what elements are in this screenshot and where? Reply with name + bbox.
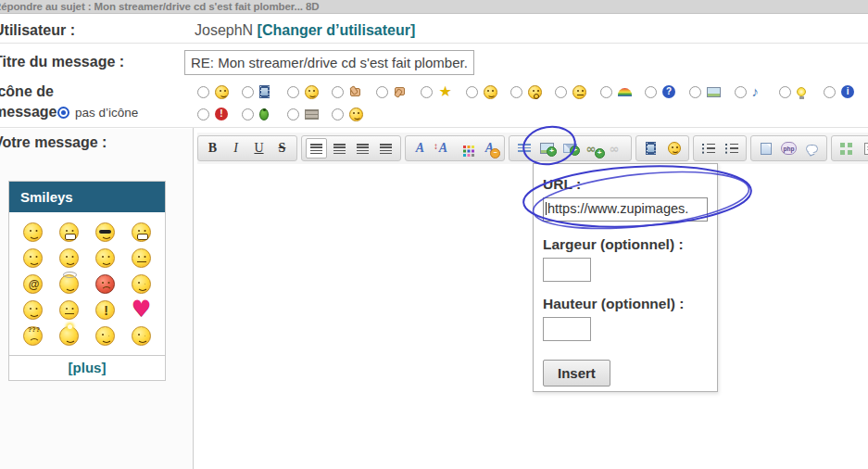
icon-radio[interactable] — [197, 86, 209, 98]
remove-link-button[interactable] — [606, 138, 627, 158]
message-icon-option-note — [735, 83, 779, 100]
toolbar-group-code: php — [750, 135, 827, 161]
icon-radio[interactable] — [332, 86, 344, 98]
text-caret — [546, 202, 547, 215]
insert-code-icon — [761, 143, 772, 155]
insert-doc-button[interactable] — [859, 138, 868, 158]
underline-button[interactable]: U — [248, 138, 270, 158]
smileys-grid — [9, 212, 165, 355]
smiley-confused[interactable] — [23, 326, 43, 346]
smiley-wink[interactable] — [95, 326, 115, 346]
icon-radio[interactable] — [824, 86, 836, 98]
smiley-heart[interactable] — [132, 300, 151, 320]
question-icon: ? — [662, 85, 675, 98]
url-input[interactable]: https://www.zupimages. — [543, 197, 708, 222]
smiley-crosseyed[interactable] — [23, 300, 43, 320]
insert-code-button[interactable] — [755, 138, 776, 158]
insert-table-button[interactable] — [836, 138, 857, 158]
message-icon-option-info: i — [824, 83, 868, 100]
icon-radio[interactable] — [689, 86, 701, 98]
smiley-exclaim[interactable] — [95, 300, 115, 320]
smiley-at[interactable] — [23, 274, 43, 294]
smiley-rolleyes[interactable] — [59, 300, 79, 320]
insert-email-icon — [563, 144, 577, 153]
icon-radio[interactable] — [555, 86, 567, 98]
laugh-icon — [349, 108, 363, 121]
insert-email-button[interactable] — [560, 138, 581, 158]
toolbar-group-font: AAA — [405, 135, 505, 161]
icon-radio[interactable] — [645, 86, 657, 98]
insert-button[interactable]: Insert — [543, 360, 610, 387]
insert-video-button[interactable] — [640, 138, 661, 158]
insert-comment-button[interactable] — [801, 138, 823, 158]
message-icon-option-rainbow — [600, 83, 645, 100]
bold-button[interactable]: B — [202, 138, 223, 158]
remove-format-button[interactable]: A — [479, 138, 500, 158]
icon-radio[interactable] — [466, 86, 478, 98]
color-palette-button[interactable] — [456, 138, 477, 158]
smiley-love[interactable] — [59, 248, 79, 268]
bullet-list-icon — [702, 144, 715, 154]
italic-button[interactable]: I — [225, 138, 246, 158]
icon-radio[interactable] — [332, 108, 344, 120]
smiley-eek[interactable] — [95, 248, 115, 268]
toolbar-group-media — [635, 135, 689, 161]
smileys-panel: Smileys [plus] — [8, 181, 166, 381]
icon-radio[interactable] — [735, 86, 747, 98]
user-label: Utilisateur : — [0, 22, 75, 39]
insert-image-button[interactable] — [536, 138, 558, 158]
no-icon-option[interactable]: pas d’icône — [57, 106, 138, 120]
tongue-icon — [305, 85, 319, 99]
toolbar-group-align — [301, 135, 401, 161]
no-icon-radio[interactable] — [57, 107, 69, 119]
horizontal-rule-button[interactable] — [513, 138, 535, 158]
icon-radio[interactable] — [242, 108, 254, 120]
strike-button[interactable]: S — [271, 138, 293, 158]
smiley-unsure[interactable] — [132, 248, 151, 268]
icon-radio[interactable] — [779, 86, 791, 98]
bbcode-toolbar: BIUSAAAphp — [197, 133, 868, 164]
insert-image-icon — [540, 143, 554, 154]
smiley-biggrin[interactable] — [59, 222, 79, 242]
font-size-button[interactable]: A — [433, 138, 454, 158]
align-center-icon — [333, 144, 346, 154]
smiley-idea[interactable] — [59, 326, 79, 346]
smiley-blush[interactable] — [132, 274, 151, 294]
smiley-cool[interactable] — [95, 222, 115, 242]
message-title-input[interactable] — [184, 50, 474, 75]
numbered-list-icon — [725, 144, 738, 154]
smiley-mad[interactable] — [95, 274, 115, 294]
height-input[interactable] — [543, 317, 591, 341]
icon-radio[interactable] — [242, 86, 254, 98]
icon-radio[interactable] — [510, 86, 522, 98]
smiley-tongue[interactable] — [23, 248, 43, 268]
smiley-grin[interactable] — [132, 222, 151, 242]
align-justify-button[interactable] — [375, 138, 396, 158]
icon-radio[interactable] — [197, 108, 209, 120]
width-input[interactable] — [543, 258, 591, 282]
align-left-button[interactable] — [306, 138, 327, 158]
wall-icon — [305, 109, 319, 120]
font-color-button[interactable]: A — [409, 138, 431, 158]
bullet-list-button[interactable] — [698, 138, 719, 158]
shocked-icon — [528, 85, 542, 99]
align-right-button[interactable] — [352, 138, 373, 158]
icon-radio[interactable] — [287, 108, 299, 120]
smiley-smirk[interactable] — [132, 326, 151, 346]
icon-radio[interactable] — [600, 86, 612, 98]
icon-radio[interactable] — [376, 86, 388, 98]
change-user-link[interactable]: [Changer d’utilisateur] — [258, 22, 416, 38]
numbered-list-button[interactable] — [721, 138, 742, 158]
insert-php-button[interactable]: php — [778, 138, 799, 158]
align-center-button[interactable] — [329, 138, 350, 158]
smiley-smile[interactable] — [23, 222, 43, 242]
icon-radio[interactable] — [421, 86, 433, 98]
message-editor[interactable] — [194, 164, 868, 469]
insert-link-button[interactable] — [583, 138, 604, 158]
icon-radio[interactable] — [287, 86, 299, 98]
insert-smiley-button[interactable] — [663, 138, 685, 158]
smiley-angel[interactable] — [59, 274, 79, 294]
horizontal-rule-icon — [518, 144, 531, 153]
no-icon-label: pas d’icône — [75, 106, 138, 120]
smileys-more-link[interactable]: [plus] — [9, 355, 165, 380]
